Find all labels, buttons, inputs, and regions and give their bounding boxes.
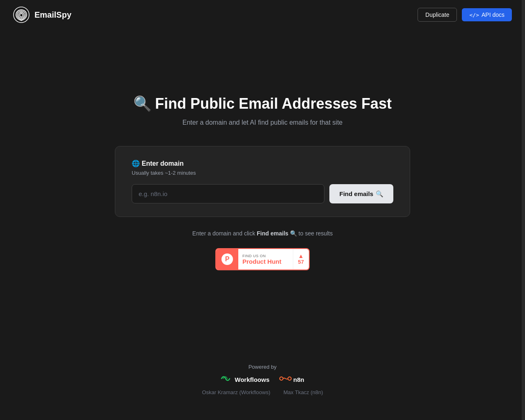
ph-vote-count: ▲ 57 xyxy=(293,249,309,269)
footer-authors: Oskar Kramarz (Workfloows) Max Tkacz (n8… xyxy=(202,389,323,395)
app-title: EmailSpy xyxy=(34,10,71,20)
api-docs-icon: </> xyxy=(469,12,479,18)
author2: Max Tkacz (n8n) xyxy=(283,389,323,395)
find-emails-button[interactable]: Find emails 🔍 xyxy=(329,184,393,203)
main-content: 🔍Find Public Email Addresses Fast Enter … xyxy=(0,30,525,295)
app-logo xyxy=(13,7,30,23)
card-emoji: 🌐 xyxy=(132,160,140,167)
hero-title: 🔍Find Public Email Addresses Fast xyxy=(133,95,392,112)
header-left: EmailSpy xyxy=(13,7,71,23)
domain-input[interactable] xyxy=(132,184,324,203)
ph-name: Product Hunt xyxy=(242,258,289,265)
ph-count: 57 xyxy=(298,259,304,265)
header: EmailSpy Duplicate </> API docs xyxy=(0,0,525,30)
n8n-icon xyxy=(279,375,292,384)
help-text: Enter a domain and click Find emails 🔍 t… xyxy=(192,230,333,237)
search-card: 🌐 Enter domain Usually takes ~1-2 minute… xyxy=(115,146,410,217)
search-row: Find emails 🔍 xyxy=(132,184,393,203)
svg-point-1 xyxy=(280,377,283,380)
powered-by-label: Powered by xyxy=(249,364,277,370)
n8n-logo: n8n xyxy=(279,375,304,384)
hero-emoji: 🔍 xyxy=(133,95,152,112)
footer-logos: Workfloows n8n xyxy=(221,375,304,384)
ph-p-icon: P xyxy=(221,253,233,265)
product-hunt-badge[interactable]: P FIND US ON Product Hunt ▲ 57 xyxy=(215,248,310,270)
hero-subtitle: Enter a domain and let AI find public em… xyxy=(183,119,342,126)
header-right: Duplicate </> API docs xyxy=(418,8,512,22)
footer: Powered by Workfloows n8n xyxy=(0,364,525,395)
ph-middle: FIND US ON Product Hunt xyxy=(238,251,293,267)
workfloows-icon xyxy=(221,375,232,384)
card-sublabel: Usually takes ~1-2 minutes xyxy=(132,170,393,176)
api-docs-button[interactable]: </> API docs xyxy=(462,8,512,21)
ph-arrow-icon: ▲ xyxy=(298,253,304,259)
workfloows-logo: Workfloows xyxy=(221,375,269,384)
author1: Oskar Kramarz (Workfloows) xyxy=(202,389,270,395)
svg-point-2 xyxy=(288,377,291,380)
card-label: 🌐 Enter domain xyxy=(132,160,393,167)
duplicate-button[interactable]: Duplicate xyxy=(418,8,457,22)
ph-find-text: FIND US ON xyxy=(242,254,289,258)
ph-left-bg: P xyxy=(216,249,238,269)
